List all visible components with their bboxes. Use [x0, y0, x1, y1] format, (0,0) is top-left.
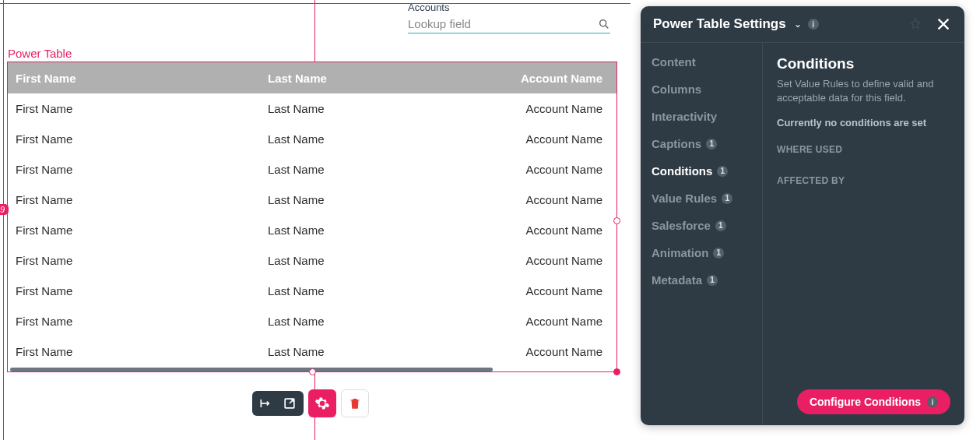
table-row[interactable]: First NameLast NameAccount Name	[8, 276, 616, 306]
nav-badge: 1	[722, 193, 732, 204]
cell-last-name: Last Name	[260, 132, 512, 146]
cell-first-name: First Name	[8, 193, 260, 206]
configure-conditions-button[interactable]: Configure Conditions i	[797, 389, 950, 414]
close-icon[interactable]	[935, 16, 952, 33]
cell-account-name: Account Name	[512, 284, 616, 297]
nav-label: Value Rules	[652, 192, 717, 205]
detail-status: Currently no conditions are set	[777, 117, 950, 128]
cell-account-name: Account Name	[512, 254, 616, 267]
cell-first-name: First Name	[8, 132, 260, 146]
chevron-down-icon[interactable]: ⌄	[794, 19, 802, 30]
table-row[interactable]: First NameLast NameAccount Name	[8, 245, 616, 276]
cell-first-name: First Name	[8, 254, 260, 267]
settings-button[interactable]	[308, 389, 336, 417]
svg-point-0	[600, 19, 606, 26]
nav-label: Animation	[652, 246, 708, 259]
selection-handle-bottom[interactable]	[309, 368, 316, 375]
nav-label: Captions	[652, 137, 701, 150]
align-icon[interactable]	[258, 396, 274, 411]
nav-item-value-rules[interactable]: Value Rules1	[652, 192, 762, 205]
section-affected-by: AFFECTED BY	[777, 175, 950, 186]
detail-title: Conditions	[777, 55, 950, 72]
nav-item-interactivity[interactable]: Interactivity	[652, 110, 762, 123]
cell-account-name: Account Name	[512, 193, 616, 206]
table-header-row: First Name Last Name Account Name	[8, 62, 616, 93]
selection-handle-bottom-right[interactable]	[613, 368, 620, 375]
cell-account-name: Account Name	[512, 132, 616, 146]
table-row[interactable]: First NameLast NameAccount Name	[8, 215, 616, 245]
cell-last-name: Last Name	[260, 102, 512, 115]
search-icon[interactable]	[598, 18, 610, 30]
cell-first-name: First Name	[8, 284, 260, 297]
nav-item-content[interactable]: Content	[652, 55, 762, 69]
nav-item-captions[interactable]: Captions1	[652, 137, 762, 150]
table-row[interactable]: First NameLast NameAccount Name	[8, 93, 616, 124]
cell-last-name: Last Name	[260, 163, 512, 176]
nav-badge: 1	[715, 220, 726, 231]
gear-icon	[314, 396, 330, 411]
nav-label: Content	[652, 55, 696, 69]
col-header-first-name[interactable]: First Name	[8, 72, 260, 85]
nav-label: Columns	[652, 83, 701, 96]
lookup-input[interactable]	[408, 17, 598, 30]
cell-last-name: Last Name	[260, 345, 512, 358]
nav-item-animation[interactable]: Animation1	[652, 246, 762, 259]
col-header-last-name[interactable]: Last Name	[260, 72, 512, 85]
nav-badge: 1	[706, 139, 717, 150]
table-row[interactable]: First NameLast NameAccount Name	[8, 124, 616, 154]
nav-badge: 1	[717, 166, 728, 177]
section-where-used: WHERE USED	[777, 144, 950, 155]
nav-item-columns[interactable]: Columns	[652, 83, 762, 96]
nav-item-conditions[interactable]: Conditions1	[652, 164, 762, 178]
table-row[interactable]: First NameLast NameAccount Name	[8, 154, 616, 185]
delete-button[interactable]	[341, 389, 369, 417]
table-row[interactable]: First NameLast NameAccount Name	[8, 336, 616, 367]
cell-last-name: Last Name	[260, 193, 512, 206]
table-row[interactable]: First NameLast NameAccount Name	[8, 185, 616, 215]
cell-first-name: First Name	[8, 102, 260, 115]
cell-first-name: First Name	[8, 345, 260, 358]
configure-button-label: Configure Conditions	[810, 396, 921, 408]
nav-label: Interactivity	[652, 110, 717, 123]
trash-icon	[348, 396, 362, 410]
selection-handle-right[interactable]	[613, 217, 620, 224]
nav-label: Metadata	[652, 273, 702, 287]
nav-label: Salesforce	[652, 219, 711, 232]
cell-last-name: Last Name	[260, 284, 512, 297]
nav-item-metadata[interactable]: Metadata1	[652, 273, 762, 287]
guide-position-badge: 9	[0, 204, 9, 215]
cell-account-name: Account Name	[512, 163, 616, 176]
cell-first-name: First Name	[8, 163, 260, 176]
power-table-label: Power Table	[8, 47, 72, 60]
settings-panel: Power Table Settings ⌄ i ContentColumnsI…	[641, 6, 964, 425]
lookup-label: Accounts	[408, 2, 610, 13]
toolbar-dark-group	[252, 391, 304, 416]
cell-first-name: First Name	[8, 224, 260, 237]
power-table[interactable]: First Name Last Name Account Name First …	[7, 62, 617, 372]
nav-label: Conditions	[652, 164, 712, 178]
cell-last-name: Last Name	[260, 224, 512, 237]
pin-icon[interactable]	[908, 17, 922, 31]
nav-badge: 1	[707, 275, 718, 286]
cell-account-name: Account Name	[512, 224, 616, 237]
info-icon: i	[927, 396, 938, 407]
cell-last-name: Last Name	[260, 315, 512, 328]
guide-vertical-left	[3, 0, 4, 440]
cell-account-name: Account Name	[512, 315, 616, 328]
col-header-account-name[interactable]: Account Name	[512, 72, 616, 85]
open-external-icon[interactable]	[282, 396, 297, 411]
info-icon[interactable]: i	[808, 19, 819, 30]
nav-badge: 1	[713, 248, 724, 259]
table-row[interactable]: First NameLast NameAccount Name	[8, 306, 616, 336]
cell-account-name: Account Name	[512, 102, 616, 115]
nav-item-salesforce[interactable]: Salesforce1	[652, 219, 762, 232]
panel-title[interactable]: Power Table Settings	[653, 16, 786, 32]
detail-description: Set Value Rules to define valid and acce…	[777, 77, 950, 104]
cell-last-name: Last Name	[260, 254, 512, 267]
svg-line-1	[606, 26, 608, 28]
cell-account-name: Account Name	[512, 345, 616, 358]
cell-first-name: First Name	[8, 315, 260, 328]
